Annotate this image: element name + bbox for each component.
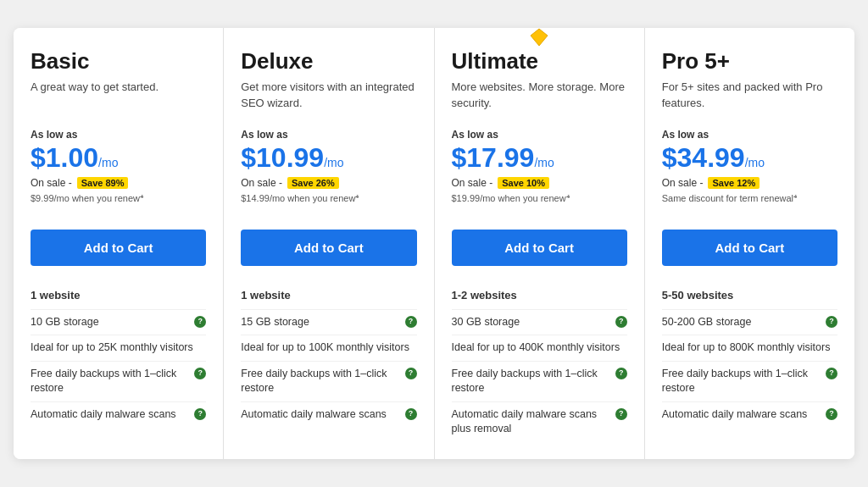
info-icon: ? bbox=[194, 316, 206, 328]
plan-desc: A great way to get started. bbox=[31, 80, 206, 113]
plan-desc: For 5+ sites and packed with Pro feature… bbox=[662, 80, 837, 113]
feature-item: Ideal for up to 25K monthly visitors bbox=[31, 335, 206, 361]
sale-text: On sale - bbox=[31, 177, 72, 189]
feature-text: 1-2 websites bbox=[452, 288, 627, 303]
feature-text: 30 GB storage bbox=[452, 315, 612, 330]
feature-item: Ideal for up to 800K monthly visitors bbox=[662, 335, 837, 361]
price-row: $17.99 /mo bbox=[452, 142, 627, 174]
save-badge: Save 10% bbox=[498, 177, 549, 189]
info-icon: ? bbox=[405, 368, 417, 379]
sale-row: On sale - Save 12% bbox=[662, 177, 837, 189]
feature-text: Ideal for up to 25K monthly visitors bbox=[31, 340, 206, 356]
plan-card-deluxe: Deluxe Get more visitors with an integra… bbox=[224, 28, 434, 458]
feature-text: Free daily backups with 1–click restore bbox=[241, 367, 401, 396]
price-row: $34.99 /mo bbox=[662, 142, 837, 174]
info-icon: ? bbox=[615, 408, 627, 420]
price-amount: $1.00 bbox=[31, 142, 98, 174]
price-amount: $34.99 bbox=[662, 142, 745, 174]
feature-item: Ideal for up to 100K monthly visitors bbox=[241, 335, 416, 361]
feature-text: 10 GB storage bbox=[31, 315, 191, 330]
add-to-cart-button[interactable]: Add to Cart bbox=[662, 230, 837, 266]
features-list: 1 website 15 GB storage ? Ideal for up t… bbox=[241, 283, 416, 427]
sale-row: On sale - Save 26% bbox=[241, 177, 416, 189]
price-period: /mo bbox=[98, 156, 118, 169]
sale-row: On sale - Save 10% bbox=[452, 177, 627, 189]
sale-text: On sale - bbox=[452, 177, 493, 189]
feature-item: Free daily backups with 1–click restore … bbox=[662, 361, 837, 401]
feature-text: Automatic daily malware scans bbox=[241, 407, 401, 423]
plan-card-basic: Basic A great way to get started. As low… bbox=[14, 28, 224, 458]
plan-desc: More websites. More storage. More securi… bbox=[452, 80, 627, 113]
feature-text: Ideal for up to 100K monthly visitors bbox=[241, 340, 416, 356]
info-icon: ? bbox=[615, 316, 627, 328]
plan-name: Deluxe bbox=[241, 48, 416, 75]
feature-item: 50-200 GB storage ? bbox=[662, 309, 837, 335]
plan-desc: Get more visitors with an integrated SEO… bbox=[241, 80, 416, 113]
price-amount: $17.99 bbox=[452, 142, 535, 174]
feature-item: Ideal for up to 400K monthly visitors bbox=[452, 335, 627, 361]
renew-text: $19.99/mo when you renew⁴ bbox=[452, 192, 627, 216]
save-badge: Save 89% bbox=[77, 177, 129, 189]
plan-name: Basic bbox=[31, 48, 206, 75]
features-list: 1 website 10 GB storage ? Ideal for up t… bbox=[31, 283, 206, 427]
info-icon: ? bbox=[405, 316, 417, 328]
sale-row: On sale - Save 89% bbox=[31, 177, 206, 189]
price-amount: $10.99 bbox=[241, 142, 324, 174]
feature-text: Automatic daily malware scans bbox=[662, 407, 822, 423]
feature-text: Free daily backups with 1–click restore bbox=[31, 367, 191, 396]
feature-item: 15 GB storage ? bbox=[241, 309, 416, 335]
sale-text: On sale - bbox=[241, 177, 282, 189]
svg-marker-0 bbox=[531, 29, 548, 46]
feature-item: 30 GB storage ? bbox=[452, 309, 627, 335]
features-list: 5-50 websites 50-200 GB storage ? Ideal … bbox=[662, 283, 837, 427]
feature-item: Automatic daily malware scans ? bbox=[241, 401, 416, 428]
feature-text: Free daily backups with 1–click restore bbox=[452, 367, 612, 396]
feature-text: 15 GB storage bbox=[241, 315, 401, 330]
info-icon: ? bbox=[405, 408, 417, 420]
feature-item: Automatic daily malware scans ? bbox=[31, 401, 206, 428]
feature-item: 5-50 websites bbox=[662, 283, 837, 308]
feature-item: Automatic daily malware scans plus remov… bbox=[452, 401, 627, 442]
feature-text: 5-50 websites bbox=[662, 288, 837, 303]
feature-text: 50-200 GB storage bbox=[662, 315, 822, 330]
feature-text: Free daily backups with 1–click restore bbox=[662, 367, 822, 396]
renew-text: $9.99/mo when you renew⁴ bbox=[31, 192, 206, 216]
info-icon: ? bbox=[826, 316, 837, 328]
feature-text: 1 website bbox=[241, 288, 416, 303]
renew-text: $14.99/mo when you renew⁴ bbox=[241, 192, 416, 216]
feature-item: 1 website bbox=[241, 283, 416, 308]
feature-text: Automatic daily malware scans bbox=[31, 407, 191, 423]
renew-text: Same discount for term renewal⁴ bbox=[662, 192, 837, 216]
info-icon: ? bbox=[194, 368, 206, 379]
plan-name: Pro 5+ bbox=[662, 48, 837, 75]
feature-item: Automatic daily malware scans ? bbox=[662, 401, 837, 428]
info-icon: ? bbox=[194, 408, 206, 420]
feature-item: Free daily backups with 1–click restore … bbox=[241, 361, 416, 401]
feature-text: Automatic daily malware scans plus remov… bbox=[452, 407, 612, 437]
sale-text: On sale - bbox=[662, 177, 704, 189]
price-row: $1.00 /mo bbox=[31, 142, 206, 174]
as-low-as-label: As low as bbox=[452, 129, 627, 141]
feature-item: 10 GB storage ? bbox=[31, 309, 206, 335]
pricing-container: Basic A great way to get started. As low… bbox=[14, 28, 854, 458]
as-low-as-label: As low as bbox=[31, 129, 206, 141]
plan-name: Ultimate bbox=[452, 48, 627, 75]
add-to-cart-button[interactable]: Add to Cart bbox=[31, 230, 206, 266]
save-badge: Save 12% bbox=[708, 177, 760, 189]
add-to-cart-button[interactable]: Add to Cart bbox=[452, 230, 627, 266]
feature-item: Free daily backups with 1–click restore … bbox=[452, 361, 627, 401]
plan-card-ultimate: Ultimate More websites. More storage. Mo… bbox=[435, 28, 645, 458]
feature-item: 1-2 websites bbox=[452, 283, 627, 308]
price-row: $10.99 /mo bbox=[241, 142, 416, 174]
feature-text: Ideal for up to 800K monthly visitors bbox=[662, 340, 837, 356]
add-to-cart-button[interactable]: Add to Cart bbox=[241, 230, 416, 266]
info-icon: ? bbox=[826, 368, 837, 379]
price-period: /mo bbox=[324, 156, 343, 169]
info-icon: ? bbox=[615, 368, 627, 379]
features-list: 1-2 websites 30 GB storage ? Ideal for u… bbox=[452, 283, 627, 441]
feature-text: 1 website bbox=[31, 288, 206, 303]
feature-text: Ideal for up to 400K monthly visitors bbox=[452, 340, 627, 356]
info-icon: ? bbox=[826, 408, 837, 420]
price-period: /mo bbox=[534, 156, 554, 169]
price-period: /mo bbox=[745, 156, 765, 169]
